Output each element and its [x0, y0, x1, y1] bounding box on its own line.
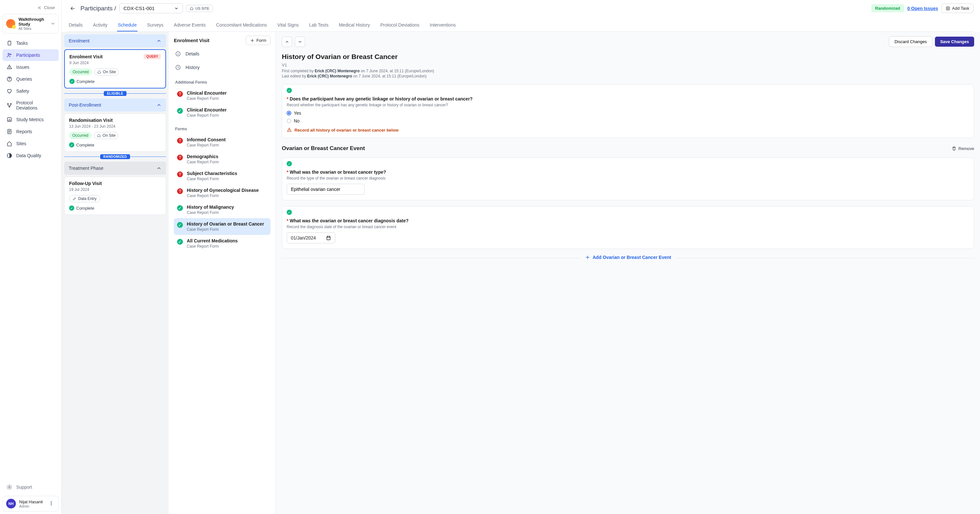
- form-item-gyn-disease[interactable]: ?History of Gynecological DiseaseCase Re…: [174, 184, 270, 201]
- sidebar-item-safety[interactable]: Safety: [3, 85, 59, 97]
- tab-medical-history[interactable]: Medical History: [338, 19, 371, 32]
- radio-icon: [287, 119, 291, 123]
- form-item-ovarian-breast[interactable]: ✓History of Ovarian or Breast CancerCase…: [174, 218, 270, 235]
- radio-icon: [287, 111, 291, 115]
- close-button[interactable]: Close: [3, 3, 59, 13]
- sidebar-item-issues[interactable]: Issues: [3, 61, 59, 73]
- question-label: What was the ovarian or breast cancer di…: [290, 218, 408, 223]
- user-menu-button[interactable]: [47, 500, 55, 508]
- add-form-button[interactable]: Form: [246, 36, 270, 45]
- sidebar-item-data-quality[interactable]: Data Quality: [3, 150, 59, 162]
- radio-no[interactable]: No: [287, 118, 969, 124]
- visit-history-link[interactable]: History: [174, 60, 270, 74]
- save-button[interactable]: Save Changes: [935, 36, 974, 47]
- tab-interventions[interactable]: Interventions: [429, 19, 456, 32]
- prev-form-button[interactable]: [282, 36, 292, 47]
- add-event-button[interactable]: Add Ovarian or Breast Cancer Event: [581, 255, 676, 260]
- radio-yes[interactable]: Yes: [287, 111, 969, 116]
- tab-surveys[interactable]: Surveys: [146, 19, 164, 32]
- open-issues-link[interactable]: 0 Open Issues: [907, 6, 938, 11]
- file-icon: [6, 128, 12, 135]
- tab-activity[interactable]: Activity: [92, 19, 108, 32]
- form-item-clinical-encounter-1[interactable]: ?Clinical EncounterCase Report Form: [174, 87, 270, 104]
- question-card-type: ✓ * What was the ovarian or breast cance…: [282, 157, 974, 200]
- clipboard-icon: [6, 40, 12, 46]
- form-item-sub: Case Report Form: [187, 96, 267, 101]
- tab-details[interactable]: Details: [68, 19, 83, 32]
- form-item-clinical-encounter-2[interactable]: ✓Clinical EncounterCase Report Form: [174, 104, 270, 121]
- nav-label: Reports: [16, 129, 32, 134]
- remove-label: Remove: [959, 146, 974, 151]
- form-item-malignancy[interactable]: ✓History of MalignancyCase Report Form: [174, 201, 270, 218]
- tab-lab-tests[interactable]: Lab Tests: [309, 19, 329, 32]
- plus-box-icon: [946, 6, 950, 11]
- event-title: Ovarian or Breast Cancer Event: [282, 145, 365, 152]
- study-name: Walkthrough Study: [19, 17, 47, 27]
- form-item-title: History of Malignancy: [187, 205, 267, 210]
- cancer-type-input[interactable]: [287, 184, 364, 195]
- form-item-sub: Case Report Form: [187, 244, 267, 249]
- form-item-subject-characteristics[interactable]: ?Subject CharacteristicsCase Report Form: [174, 168, 270, 184]
- tab-schedule[interactable]: Schedule: [117, 19, 137, 32]
- main: Participants / CDX-CS1-001 US SITE Rando…: [62, 0, 980, 514]
- discard-button[interactable]: Discard Changes: [889, 36, 932, 47]
- section-header-enrolment[interactable]: Enrolment: [64, 34, 166, 47]
- chart-icon: [6, 117, 12, 122]
- check-icon: ✓: [69, 79, 75, 84]
- participant-selector[interactable]: CDX-CS1-001: [119, 3, 183, 13]
- question-help: Record whether the participant has any g…: [287, 103, 969, 107]
- sidebar-item-study-metrics[interactable]: Study Metrics: [3, 114, 59, 125]
- tab-vital-signs[interactable]: Vital Signs: [277, 19, 299, 32]
- section-title: Post-Enrollment: [69, 102, 101, 108]
- visit-card-enrolment[interactable]: Enrolment VisitQUERY 8 Jun 2024 Occurred…: [64, 49, 166, 89]
- study-sites: All Sites: [19, 27, 47, 30]
- section-header-treatment[interactable]: Treatment Phase: [64, 162, 166, 175]
- form-item-demographics[interactable]: ?DemographicsCase Report Form: [174, 151, 270, 168]
- plus-icon: [250, 38, 255, 43]
- visit-details-link[interactable]: Details: [174, 47, 270, 60]
- error-icon: ?: [177, 188, 183, 194]
- sidebar-item-protocol-deviations[interactable]: Protocol Deviations: [3, 97, 59, 113]
- tabs: Details Activity Schedule Surveys Advers…: [68, 19, 974, 32]
- question-label: Does the participant have any genetic li…: [290, 96, 473, 102]
- nav-label: Participants: [16, 52, 40, 58]
- avatar: NH: [6, 499, 16, 509]
- form-item-informed-consent[interactable]: ?Informed ConsentCase Report Form: [174, 134, 270, 151]
- sidebar-item-tasks[interactable]: Tasks: [3, 37, 59, 49]
- tab-con-meds[interactable]: Concomitant Medications: [215, 19, 267, 32]
- pencil-icon: [73, 197, 76, 201]
- users-icon: [6, 52, 12, 58]
- sidebar-item-sites[interactable]: Sites: [3, 138, 59, 149]
- visit-card-followup[interactable]: Follow-Up Visit 19 Jul 2024 Data Entry ✓…: [64, 177, 166, 215]
- form-item-title: Clinical Encounter: [187, 90, 267, 95]
- diagnosis-date-input[interactable]: 01/Jan/2024: [287, 232, 335, 243]
- nav-label: Queries: [16, 76, 32, 82]
- visit-date: 19 Jul 2024: [69, 187, 161, 192]
- add-task-button[interactable]: Add Task: [942, 3, 974, 13]
- tab-protocol-deviations[interactable]: Protocol Deviations: [380, 19, 420, 32]
- support-link[interactable]: Support: [3, 481, 59, 493]
- remove-event-button[interactable]: Remove: [951, 146, 974, 151]
- study-selector[interactable]: Walkthrough Study All Sites: [3, 14, 59, 33]
- form-item-title: Subject Characteristics: [187, 171, 267, 176]
- check-icon: ✓: [69, 142, 74, 148]
- form-item-sub: Case Report Form: [187, 113, 267, 117]
- form-item-title: Demographics: [187, 154, 267, 159]
- sidebar-item-participants[interactable]: Participants: [3, 49, 59, 61]
- visit-card-randomisation[interactable]: Randomisation Visit 13 Jun 2024 - 23 Jun…: [64, 113, 166, 152]
- close-icon: [38, 5, 42, 10]
- site-badge[interactable]: US SITE: [186, 5, 213, 12]
- sidebar-item-reports[interactable]: Reports: [3, 126, 59, 137]
- back-button[interactable]: [68, 4, 77, 13]
- sidebar-item-queries[interactable]: Queries: [3, 73, 59, 85]
- check-icon: ✓: [287, 88, 292, 93]
- tab-adverse-events[interactable]: Adverse Events: [173, 19, 206, 32]
- check-icon: ✓: [177, 205, 183, 211]
- dataentry-chip: Data Entry: [69, 195, 100, 202]
- next-form-button[interactable]: [295, 36, 305, 47]
- randomized-badge: RANDOMIZED: [100, 154, 130, 159]
- section-header-post-enrollment[interactable]: Post-Enrollment: [64, 98, 166, 111]
- participant-id: CDX-CS1-001: [124, 5, 155, 11]
- form-item-title: History of Gynecological Disease: [187, 188, 267, 193]
- form-item-current-meds[interactable]: ✓All Current MedicationsCase Report Form: [174, 235, 270, 252]
